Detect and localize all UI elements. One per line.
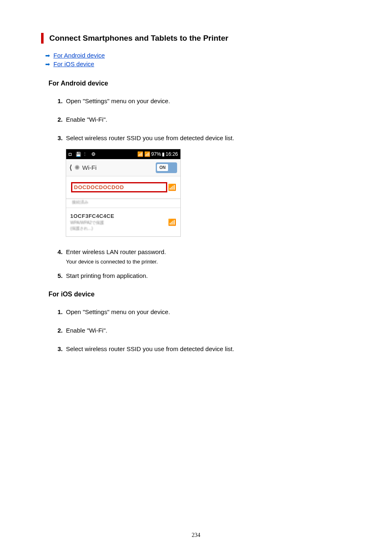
link-ios-text[interactable]: For iOS device: [53, 60, 94, 67]
notification-icon: ◘: [69, 151, 71, 157]
step-number: 1.: [58, 308, 63, 315]
ios-step-list: 1. Open "Settings" menu on your device. …: [58, 308, 351, 352]
wifi-settings-header: ⟨ ✺ Wi-Fi ON: [66, 159, 180, 176]
step-text: Enter wireless LAN router password.: [66, 248, 166, 255]
ssid-extra-obscured: (保護され...): [70, 226, 168, 231]
link-android-text[interactable]: For Android device: [53, 52, 105, 59]
step-number: 3.: [58, 345, 63, 352]
step-text: Select wireless router SSID you use from…: [66, 345, 234, 352]
list-item: 1. Open "Settings" menu on your device.: [58, 97, 351, 104]
sd-card-icon: 💾 ⋮: [76, 152, 87, 157]
ssid-sublabel-row: 接続済み: [66, 199, 180, 208]
wifi-signal-lock-icon: 📶: [168, 218, 176, 226]
step-number: 4.: [58, 248, 63, 265]
step-number: 2.: [58, 116, 63, 123]
list-item: 2. Enable "Wi-Fi".: [58, 116, 351, 123]
ios-section: For iOS device 1. Open "Settings" menu o…: [41, 291, 351, 352]
android-wifi-screenshot: ◘ 💾 ⋮ ⚙ 📶 📶 97% ▮ 16:26 ⟨ ✺ Wi-Fi ON: [66, 149, 181, 237]
step-number: 1.: [58, 97, 63, 104]
wifi-network-item: 1OCF3FC4C4CE WPA/WPA2で保護 (保護され...) 📶: [66, 208, 180, 236]
ssid-status-obscured: 接続済み: [72, 199, 176, 205]
selected-ssid-highlight: DOCDOCDOCDOD: [71, 182, 167, 192]
list-item: 3. Select wireless router SSID you use f…: [58, 345, 351, 352]
wifi-icon: 📶: [137, 151, 143, 157]
wifi-toggle: ON: [156, 162, 177, 173]
link-item-ios[interactable]: ➡ For iOS device: [45, 60, 351, 67]
list-item: 3. Select wireless router SSID you use f…: [58, 134, 351, 141]
battery-icon: ▮: [162, 151, 165, 157]
page-title: Connect Smartphones and Tablets to the P…: [49, 34, 228, 43]
list-item: 1. Open "Settings" menu on your device.: [58, 308, 351, 315]
anchor-link-list: ➡ For Android device ➡ For iOS device: [45, 52, 351, 67]
list-item: 4. Enter wireless LAN router password. Y…: [58, 248, 351, 265]
step-text: Start printing from application.: [66, 272, 148, 279]
signal-icon: 📶: [144, 151, 150, 157]
list-item: 2. Enable "Wi-Fi".: [58, 327, 351, 334]
ssid-name-obscured: 1OCF3FC4C4CE: [70, 213, 168, 219]
sync-icon: ⚙: [91, 151, 96, 157]
step-text: Select wireless router SSID you use from…: [66, 134, 234, 141]
wifi-network-info: 1OCF3FC4C4CE WPA/WPA2で保護 (保護され...): [70, 213, 168, 231]
status-right-icons: 📶 📶 97% ▮ 16:26: [137, 151, 178, 157]
arrow-right-icon: ➡: [45, 52, 50, 59]
android-section: For Android device 1. Open "Settings" me…: [41, 80, 351, 279]
step-text: Enable "Wi-Fi".: [66, 327, 108, 334]
android-heading: For Android device: [48, 80, 351, 87]
wifi-header-left: ⟨ ✺ Wi-Fi: [69, 164, 97, 171]
step-text: Enable "Wi-Fi".: [66, 116, 108, 123]
wifi-title-label: Wi-Fi: [82, 164, 97, 171]
step-number: 5.: [58, 272, 63, 279]
arrow-right-icon: ➡: [45, 61, 50, 67]
ios-heading: For iOS device: [48, 291, 351, 298]
android-status-bar: ◘ 💾 ⋮ ⚙ 📶 📶 97% ▮ 16:26: [66, 149, 180, 159]
wifi-signal-lock-icon: 📶: [168, 183, 176, 191]
ssid-name-obscured: DOCDOCDOCDOD: [74, 184, 164, 190]
step-number: 2.: [58, 327, 63, 334]
step-text: Open "Settings" menu on your device.: [66, 97, 170, 104]
heading-accent-bar: [41, 33, 44, 44]
page-number: 234: [0, 532, 392, 539]
android-step-list: 1. Open "Settings" menu on your device. …: [58, 97, 351, 141]
status-left-icons: ◘ 💾 ⋮ ⚙: [69, 151, 96, 157]
battery-percent: 97%: [151, 151, 161, 157]
link-item-android[interactable]: ➡ For Android device: [45, 52, 351, 59]
wifi-network-selected: DOCDOCDOCDOD 📶: [66, 176, 180, 199]
step-text: Open "Settings" menu on your device.: [66, 308, 170, 315]
toggle-on-label: ON: [157, 164, 168, 171]
page-title-wrapper: Connect Smartphones and Tablets to the P…: [41, 33, 351, 44]
list-item: 5. Start printing from application.: [58, 272, 351, 279]
status-time: 16:26: [166, 151, 178, 157]
ssid-security-obscured: WPA/WPA2で保護: [70, 220, 168, 226]
step-sub-text: Your device is connected to the printer.: [66, 259, 166, 265]
step-content: Enter wireless LAN router password. Your…: [66, 248, 166, 265]
back-icon: ⟨: [69, 164, 72, 171]
step-number: 3.: [58, 134, 63, 141]
gear-icon: ✺: [74, 164, 80, 171]
android-step-list-cont: 4. Enter wireless LAN router password. Y…: [58, 248, 351, 279]
